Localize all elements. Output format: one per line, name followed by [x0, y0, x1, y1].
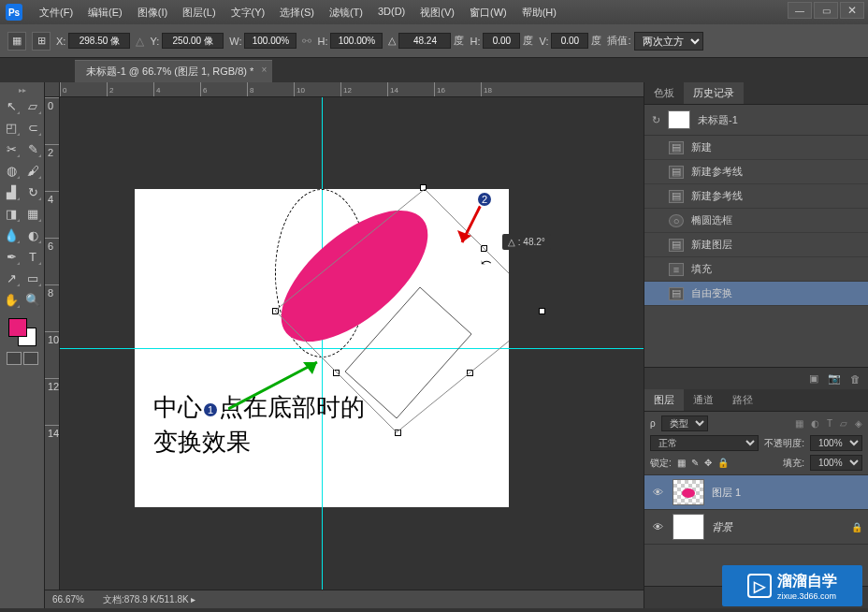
foreground-color[interactable] — [8, 318, 27, 337]
crop-tool[interactable]: ✂ — [2, 139, 21, 158]
type-tool[interactable]: T — [23, 247, 42, 266]
history-item[interactable]: ≡填充 — [644, 257, 868, 282]
skew-h-input[interactable] — [483, 33, 520, 49]
dodge-tool[interactable]: ◐ — [23, 226, 42, 244]
healing-tool[interactable]: ◍ — [2, 161, 21, 180]
filter-smart-icon[interactable]: ◈ — [855, 418, 862, 429]
blend-mode-select[interactable]: 正常 — [650, 435, 759, 451]
transform-handle[interactable] — [395, 430, 401, 436]
hand-tool[interactable]: ✋ — [2, 290, 21, 309]
lasso-tool[interactable]: ⊂ — [23, 118, 42, 137]
standard-mode-icon[interactable] — [7, 352, 22, 365]
minimize-button[interactable]: — — [788, 2, 812, 19]
snapshot-icon[interactable]: 📷 — [828, 372, 841, 385]
link-xy-icon[interactable]: △ — [136, 35, 144, 48]
history-item[interactable]: ▤自由变换 — [644, 282, 868, 306]
zoom-level[interactable]: 66.67% — [52, 594, 84, 605]
menu-window[interactable]: 窗口(W) — [462, 2, 514, 23]
history-panel-tab[interactable]: 历史记录 — [684, 82, 744, 104]
pen-tool[interactable]: ✒ — [2, 247, 21, 266]
link-wh-icon[interactable]: ⚯ — [302, 35, 311, 48]
filter-pixel-icon[interactable]: ▦ — [795, 418, 803, 429]
transform-handle[interactable] — [420, 184, 427, 191]
color-swatch[interactable] — [8, 318, 36, 346]
document-tab[interactable]: 未标题-1 @ 66.7% (图层 1, RGB/8) * × — [75, 60, 272, 82]
menu-edit[interactable]: 编辑(E) — [80, 2, 130, 23]
lock-all-icon[interactable]: 🔒 — [717, 458, 729, 468]
channels-panel-tab[interactable]: 通道 — [684, 389, 723, 411]
viewport[interactable]: 中心1点在底部时的 变换效果 2 △ : 48.2° ⤺ — [60, 97, 644, 590]
menu-help[interactable]: 帮助(H) — [514, 2, 564, 23]
transform-handle[interactable] — [467, 370, 473, 376]
visibility-icon[interactable]: 👁 — [650, 521, 665, 532]
history-item[interactable]: ▤新建参考线 — [644, 184, 868, 209]
lock-position-icon[interactable]: ✎ — [691, 458, 699, 468]
delete-icon[interactable]: 🗑 — [850, 373, 861, 385]
guide-horizontal[interactable] — [60, 348, 644, 349]
opacity-select[interactable]: 100% — [810, 435, 862, 451]
path-select-tool[interactable]: ↗ — [2, 269, 21, 287]
menu-select[interactable]: 选择(S) — [272, 2, 322, 23]
layer-thumb[interactable] — [673, 479, 704, 505]
history-brush-icon[interactable]: ↻ — [652, 114, 660, 126]
stamp-tool[interactable]: ▟ — [2, 182, 21, 201]
x-input[interactable] — [68, 33, 130, 49]
y-input[interactable] — [162, 33, 224, 49]
menu-filter[interactable]: 滤镜(T) — [322, 2, 370, 23]
menu-layer[interactable]: 图层(L) — [175, 2, 223, 23]
paths-panel-tab[interactable]: 路径 — [723, 389, 762, 411]
layer-filter-select[interactable]: 类型 — [661, 415, 708, 431]
marquee-tool[interactable]: ◰ — [2, 118, 21, 137]
transform-handle[interactable] — [272, 308, 279, 314]
interp-select[interactable]: 两次立方 — [634, 32, 703, 51]
history-item[interactable]: ▤新建参考线 — [644, 160, 868, 184]
layer-thumb[interactable] — [673, 514, 704, 540]
visibility-icon[interactable]: 👁 — [650, 487, 665, 498]
fill-select[interactable]: 100% — [810, 455, 862, 471]
w-input[interactable] — [244, 33, 297, 49]
menu-type[interactable]: 文字(Y) — [224, 2, 273, 23]
artboard-tool[interactable]: ▱ — [23, 96, 42, 115]
rotate-input[interactable] — [398, 33, 451, 49]
layers-panel-tab[interactable]: 图层 — [644, 389, 684, 411]
transform-handle[interactable] — [539, 308, 545, 314]
layer-name[interactable]: 图层 1 — [712, 486, 862, 500]
filter-type-icon[interactable]: T — [827, 418, 832, 429]
brush-tool[interactable]: 🖌 — [23, 161, 42, 180]
filter-adjust-icon[interactable]: ◐ — [811, 418, 819, 429]
history-item[interactable]: ▤新建 — [644, 136, 868, 160]
menu-view[interactable]: 视图(V) — [412, 2, 462, 23]
menu-file[interactable]: 文件(F) — [32, 2, 80, 23]
close-tab-icon[interactable]: × — [261, 65, 267, 75]
zoom-tool[interactable]: 🔍 — [23, 290, 42, 309]
layer-name[interactable]: 背景 — [712, 520, 844, 534]
quickmask-mode-icon[interactable] — [23, 352, 38, 365]
create-doc-icon[interactable]: ▣ — [809, 372, 818, 385]
history-brush-tool[interactable]: ↻ — [23, 182, 42, 201]
skew-v-input[interactable] — [551, 33, 588, 49]
gradient-tool[interactable]: ▦ — [23, 204, 42, 223]
history-item[interactable]: ▤新建图层 — [644, 233, 868, 257]
history-snapshot-thumb[interactable] — [668, 110, 690, 129]
close-button[interactable]: ✕ — [840, 2, 864, 19]
move-tool[interactable]: ↖ — [2, 96, 21, 115]
shape-tool[interactable]: ▭ — [23, 269, 42, 287]
ruler-horizontal[interactable]: 0 2 4 6 8 10 12 14 16 18 — [60, 82, 644, 97]
transform-tool-icon[interactable]: ▦ — [7, 32, 26, 51]
lock-pixels-icon[interactable]: ▦ — [677, 458, 686, 468]
menu-3d[interactable]: 3D(D) — [370, 2, 412, 23]
layer-item[interactable]: 👁 背景 🔒 — [644, 510, 868, 545]
layer-item[interactable]: 👁 图层 1 — [644, 475, 868, 510]
lock-move-icon[interactable]: ✥ — [704, 458, 712, 468]
menu-image[interactable]: 图像(I) — [130, 2, 175, 23]
eyedropper-tool[interactable]: ✎ — [23, 139, 42, 158]
reference-point-icon[interactable]: ⊞ — [32, 32, 51, 51]
ruler-vertical[interactable]: 0 2 4 6 8 10 12 14 — [45, 97, 60, 590]
filter-shape-icon[interactable]: ▱ — [840, 418, 847, 429]
maximize-button[interactable]: ▭ — [814, 2, 838, 19]
color-panel-tab[interactable]: 色板 — [644, 82, 684, 104]
transform-handle[interactable] — [333, 370, 340, 376]
history-item[interactable]: ○椭圆选框 — [644, 209, 868, 233]
h-input[interactable] — [330, 33, 383, 49]
blur-tool[interactable]: 💧 — [2, 226, 21, 244]
